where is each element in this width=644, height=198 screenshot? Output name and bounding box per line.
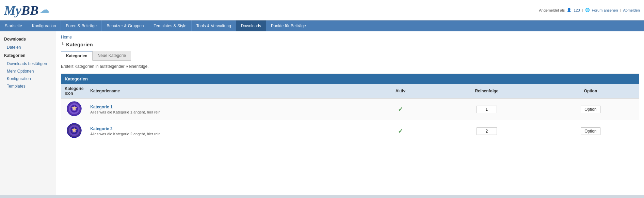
username-link[interactable]: 123 (574, 8, 580, 12)
table-head: Kategorie IconKategorienameAktivReihenfo… (61, 84, 639, 98)
cell-reihenfolge-kat1 (431, 98, 542, 120)
cat-name-link-kat2[interactable]: Kategorie 2 (90, 126, 112, 131)
sidebar: Downloads DateienKategorienDownloads bes… (0, 31, 56, 195)
footer: Powered By MyBB. © 2012 MyBB Group. All … (0, 195, 644, 198)
data-table: Kategorie IconKategorienameAktivReihenfo… (61, 84, 639, 142)
globe-icon: 🌐 (585, 8, 590, 12)
cell-aktiv-kat1: ✓ (370, 98, 431, 120)
description: Erstellt Kategorien in aufsteigender Rei… (61, 63, 639, 70)
sidebar-link-templates[interactable]: Templates (0, 82, 56, 90)
sidebar-link-mehr-optionen[interactable]: Mehr Optionen (0, 67, 56, 75)
navbar: StartseiteKonfigurationForen & BeiträgeB… (0, 20, 644, 31)
col-name: Kategoriename (87, 84, 369, 98)
nav-item-tools-verwaltung[interactable]: Tools & Verwaltung (192, 20, 236, 31)
sidebar-items: DateienKategorienDownloads bestätigenMeh… (0, 44, 56, 90)
table-body: Kategorie 1Alles was die Kategorie 1 ang… (61, 98, 639, 142)
svg-point-8 (73, 130, 75, 132)
cell-name-kat1: Kategorie 1Alles was die Kategorie 1 ang… (87, 98, 369, 120)
breadcrumb-home[interactable]: Home (61, 35, 72, 40)
logo-bb: BB (21, 3, 39, 18)
user-icon: 👤 (567, 8, 571, 12)
col-reihenfolge: Reihenfolge (431, 84, 542, 98)
sidebar-link-downloads-bestaetigen[interactable]: Downloads bestätigen (0, 60, 56, 67)
tab-neue-kategorie[interactable]: Neue Kategorie (93, 51, 131, 61)
table-row: Kategorie 2Alles was die Kategorie 2 ang… (61, 120, 639, 142)
col-icon: Kategorie Icon (61, 84, 87, 98)
order-input-kat1[interactable] (477, 106, 497, 113)
cell-icon-kat2 (61, 120, 87, 142)
order-input-kat2[interactable] (477, 127, 497, 135)
logo-cloud-icon: ☁ (40, 5, 49, 15)
table-row: Kategorie 1Alles was die Kategorie 1 ang… (61, 98, 639, 120)
header: MyBB☁ Angemeldet als 👤 123 | 🌐 Forum ans… (0, 0, 644, 20)
cell-reihenfolge-kat2 (431, 120, 542, 142)
content: Home Kategorien KategorienNeue Kategorie… (56, 31, 644, 195)
nav-item-downloads[interactable]: Downloads (236, 20, 266, 31)
page-title: Kategorien (61, 42, 639, 47)
check-icon: ✓ (398, 106, 403, 113)
nav-item-benutzer-gruppen[interactable]: Benutzer & Gruppen (102, 20, 149, 31)
main-wrapper: Downloads DateienKategorienDownloads bes… (0, 31, 644, 195)
logo-my: My (4, 3, 21, 18)
check-icon: ✓ (398, 128, 403, 135)
cat-desc-kat2: Alles was die Kategorie 2 angeht, hier r… (90, 132, 366, 136)
table-section: Kategorien Kategorie IconKategorienameAk… (61, 74, 639, 142)
breadcrumb: Home (61, 35, 639, 40)
cat-name-link-kat1[interactable]: Kategorie 1 (90, 105, 112, 109)
table-header: Kategorien (61, 74, 639, 84)
abmelden-link[interactable]: Abmelden (623, 8, 640, 12)
cell-name-kat2: Kategorie 2Alles was die Kategorie 2 ang… (87, 120, 369, 142)
nav-item-konfiguration[interactable]: Konfiguration (27, 20, 61, 31)
nav-item-foren-beitraege[interactable]: Foren & Beiträge (61, 20, 102, 31)
cat-desc-kat1: Alles was die Kategorie 1 angeht, hier r… (90, 110, 366, 114)
sep1: | (582, 8, 583, 12)
cell-icon-kat1 (61, 98, 87, 120)
col-option: Option (542, 84, 639, 98)
option-button-kat2[interactable]: Option (581, 127, 600, 135)
sidebar-link-konfiguration[interactable]: Konfiguration (0, 75, 56, 82)
sidebar-heading: Downloads (0, 35, 56, 44)
header-right: Angemeldet als 👤 123 | 🌐 Forum ansehen |… (539, 8, 640, 12)
cell-aktiv-kat2: ✓ (370, 120, 431, 142)
nav-item-startseite[interactable]: Startseite (0, 20, 27, 31)
sidebar-item-kategorien[interactable]: Kategorien (0, 51, 56, 60)
sidebar-link-dateien[interactable]: Dateien (0, 44, 56, 51)
forum-ansehen-link[interactable]: Forum ansehen (592, 8, 618, 12)
angemeldet-label: Angemeldet als (539, 8, 565, 12)
sep2: | (620, 8, 621, 12)
col-aktiv: Aktiv (370, 84, 431, 98)
tabs: KategorienNeue Kategorie (61, 51, 639, 61)
tab-kategorien[interactable]: Kategorien (61, 51, 93, 61)
logo: MyBB☁ (4, 3, 49, 18)
nav-item-templates-style[interactable]: Templates & Style (149, 20, 192, 31)
cell-option-kat1: Option (542, 98, 639, 120)
page-title-text: Kategorien (66, 42, 93, 47)
option-button-kat1[interactable]: Option (581, 106, 600, 113)
nav-item-punkte-beitraege[interactable]: Punkte für Beiträge (266, 20, 311, 31)
cell-option-kat2: Option (542, 120, 639, 142)
